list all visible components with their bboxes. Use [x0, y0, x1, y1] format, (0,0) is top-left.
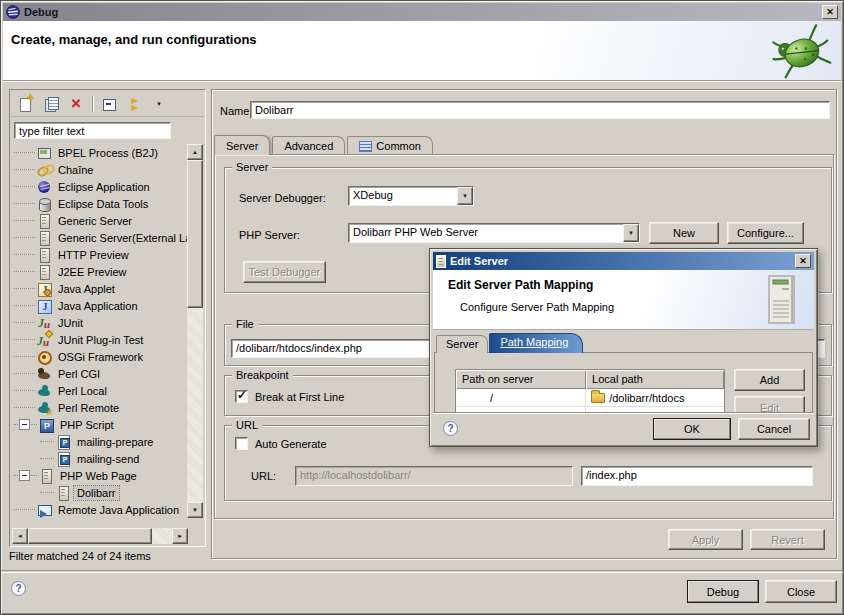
tree-item-label: BPEL Process (B2J) — [55, 146, 161, 160]
scroll-down-icon[interactable]: ▼ — [187, 502, 203, 518]
tree-item-java-applet[interactable]: Java Applet — [12, 280, 188, 297]
tree-item-bpel-process-b2j[interactable]: BPEL Process (B2J) — [12, 144, 188, 161]
duplicate-configuration-button[interactable] — [40, 94, 62, 114]
tree-item-php-script[interactable]: PHP Script — [12, 416, 188, 433]
expander-minus-icon[interactable] — [19, 470, 30, 481]
add-mapping-button[interactable]: Add — [734, 369, 805, 391]
server-icon — [36, 230, 52, 246]
scroll-up-icon[interactable]: ▲ — [187, 144, 203, 160]
java-icon — [36, 298, 52, 314]
cancel-button[interactable]: Cancel — [738, 418, 810, 440]
tree-item-label: Java Application — [55, 299, 141, 313]
filter-input[interactable]: type filter text — [14, 122, 171, 139]
scroll-left-icon[interactable]: ◄ — [12, 528, 28, 544]
dialog-subheading: Configure Server Path Mapping — [460, 301, 614, 313]
local-path-cell: /dolibarr/htdocs — [609, 392, 684, 404]
title-bar: Debug ✕ — [3, 3, 841, 21]
toolbar-menu-button[interactable]: ▼ — [148, 94, 170, 114]
ok-button[interactable]: OK — [653, 418, 731, 440]
close-icon[interactable]: ✕ — [822, 5, 838, 19]
collapse-all-button[interactable] — [98, 94, 120, 114]
delete-configuration-button[interactable]: ✕ — [65, 94, 87, 114]
tree-item-cha-ne[interactable]: Chaîne — [12, 161, 188, 178]
tab-advanced[interactable]: Advanced — [272, 136, 345, 155]
filter-status-text: Filter matched 24 of 24 items — [9, 550, 151, 562]
horizontal-scroll-thumb[interactable] — [28, 528, 152, 544]
tree-horizontal-scrollbar[interactable]: ◄ ► — [12, 528, 188, 544]
tree-item-eclipse-application[interactable]: Eclipse Application — [12, 178, 188, 195]
tree-item-label: J2EE Preview — [55, 265, 129, 279]
name-field[interactable]: Dolibarr — [250, 101, 830, 119]
server-icon — [436, 255, 446, 268]
remote-java-icon — [36, 502, 52, 518]
help-icon[interactable]: ? — [443, 421, 458, 436]
server-icon — [55, 485, 71, 501]
tree-item-generic-server-external-la[interactable]: Generic Server(External La — [12, 229, 188, 246]
tree-item-remote-java-application[interactable]: Remote Java Application — [12, 501, 188, 518]
tree-item-junit[interactable]: JUnit — [12, 314, 188, 331]
footer-separator — [1, 570, 843, 572]
help-icon[interactable]: ? — [11, 581, 26, 596]
tab-path-mapping[interactable]: Path Mapping — [489, 333, 583, 353]
tree-item-http-preview[interactable]: HTTP Preview — [12, 246, 188, 263]
chain-icon — [36, 162, 52, 178]
debug-button[interactable]: Debug — [687, 580, 759, 603]
close-icon[interactable]: ✕ — [795, 254, 811, 268]
filter-button[interactable] — [123, 94, 145, 114]
new-config-icon — [18, 96, 34, 112]
banner: Create, manage, and run configurations — [3, 21, 841, 81]
tree-item-label: PHP Web Page — [57, 469, 140, 483]
tree-item-label: JUnit Plug-in Test — [55, 333, 146, 347]
tree-item-generic-server[interactable]: Generic Server — [12, 212, 188, 229]
delete-icon: ✕ — [71, 97, 82, 110]
page-title: Create, manage, and run configurations — [11, 32, 257, 47]
toolbar-separator — [92, 96, 93, 112]
tab-server[interactable]: Server — [214, 135, 270, 155]
tree-item-label: Generic Server — [55, 214, 135, 228]
tree-item-label: Remote Java Application — [55, 503, 182, 517]
tab-server-settings[interactable]: Server — [436, 335, 488, 353]
tree-item-php-web-page[interactable]: PHP Web Page — [12, 467, 188, 484]
dialog-heading: Edit Server Path Mapping — [448, 278, 593, 292]
tree-item-mailing-send[interactable]: mailing-send — [12, 450, 188, 467]
tree-item-perl-cgi[interactable]: Perl CGI — [12, 365, 188, 382]
tree-item-dolibarr[interactable]: Dolibarr — [12, 484, 188, 501]
edit-server-title: Edit Server — [450, 255, 508, 267]
tree-item-label: mailing-send — [74, 452, 142, 466]
server-icon — [36, 247, 52, 263]
tree-item-java-application[interactable]: Java Application — [12, 297, 188, 314]
edit-server-dialog: Edit Server ✕ Edit Server Path Mapping C… — [429, 248, 818, 447]
tree-item-j2ee-preview[interactable]: J2EE Preview — [12, 263, 188, 280]
new-configuration-button[interactable] — [15, 94, 37, 114]
vertical-scroll-thumb[interactable] — [187, 160, 203, 308]
applet-icon — [36, 281, 52, 297]
bpel-icon — [36, 145, 52, 161]
revert-button: Revert — [750, 529, 825, 550]
scroll-right-icon[interactable]: ► — [172, 528, 188, 544]
tree-item-perl-remote[interactable]: RPerl Remote — [12, 399, 188, 416]
window-title: Debug — [24, 6, 58, 18]
tree-item-mailing-prepare[interactable]: mailing-prepare — [12, 433, 188, 450]
edit-server-title-bar: Edit Server ✕ — [433, 252, 814, 270]
perl-icon — [36, 383, 52, 399]
tree-item-osgi-framework[interactable]: OSGi Framework — [12, 348, 188, 365]
server-tower-icon — [764, 274, 800, 328]
close-button[interactable]: Close — [765, 580, 837, 603]
tree-vertical-scrollbar[interactable]: ▲ ▼ — [187, 144, 203, 518]
column-header-path-on-server: Path on server — [456, 370, 586, 389]
filter-icon — [126, 96, 142, 112]
php-file-icon — [55, 451, 71, 467]
tree-item-perl-local[interactable]: Perl Local — [12, 382, 188, 399]
tree-item-label: mailing-prepare — [74, 435, 156, 449]
tab-common[interactable]: Common — [347, 136, 433, 155]
perl-remote-icon: R — [36, 400, 52, 416]
eclipse-logo-icon — [6, 5, 20, 19]
path-mapping-tab-body: Path on server Local path //dolibarr/htd… — [434, 352, 813, 414]
tree-item-junit-plug-in-test[interactable]: JUnit Plug-in Test — [12, 331, 188, 348]
chevron-down-icon: ▼ — [156, 101, 162, 107]
path-mapping-row[interactable]: //dolibarr/htdocs — [456, 389, 724, 407]
expander-minus-icon[interactable] — [19, 419, 30, 430]
server-icon — [36, 264, 52, 280]
tree-item-eclipse-data-tools[interactable]: Eclipse Data Tools — [12, 195, 188, 212]
php-file-icon — [55, 434, 71, 450]
